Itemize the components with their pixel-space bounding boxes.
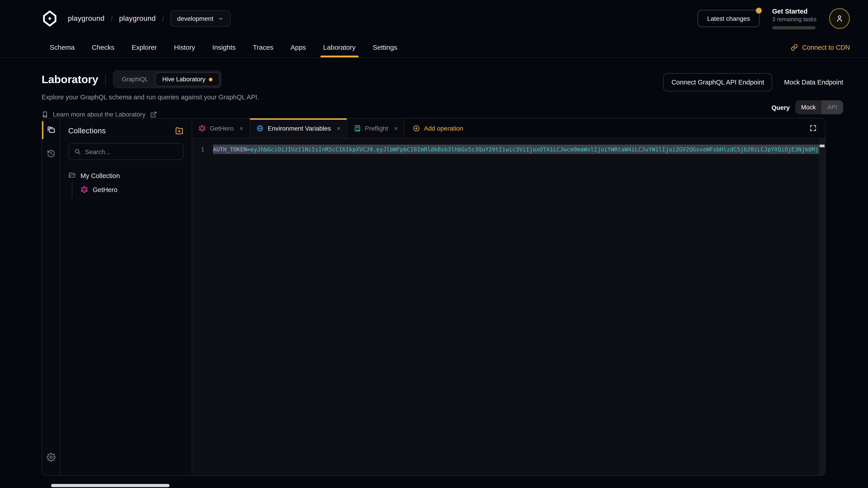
query-toggle-api[interactable]: API [822,100,843,114]
book-icon [41,111,49,118]
query-toggle-label: Query [772,104,790,111]
env-variables-editor[interactable]: 1 AUTH_TOKEN=eyJhbGciOiJIUzI1NiIsInR5cCI… [192,138,825,475]
query-target-toggle: Mock API [795,100,843,114]
page-heading-section: Laboratory GraphiQL Hive Laboratory Expl… [0,58,868,118]
project-navbar: Schema Checks Explorer History Insights … [0,37,868,58]
laboratory-mode-toggle: GraphiQL Hive Laboratory [113,70,222,88]
rail-collections-button[interactable] [42,119,60,142]
operation-tabbar: GetHero × Environment Variables × Prefl [192,119,825,138]
collection-folder-my-collection[interactable]: My Collection [68,172,184,180]
nav-items: Schema Checks Explorer History Insights … [50,37,397,57]
mode-option-hive-laboratory[interactable]: Hive Laboratory [155,72,220,86]
tab-label: Environment Variables [268,125,331,132]
collections-icon [46,126,55,135]
gear-icon [46,453,55,462]
nav-tab-settings[interactable]: Settings [373,37,397,57]
nav-tab-schema[interactable]: Schema [50,37,74,57]
rail-settings-button[interactable] [42,446,60,469]
history-icon [46,149,55,158]
breadcrumb-separator: / [111,15,113,22]
environment-select-value: development [177,15,213,22]
mode-option-graphiql[interactable]: GraphiQL [115,73,155,86]
learn-more-label: Learn more about the Laboratory [53,111,145,118]
collections-search-input[interactable] [85,148,178,155]
nav-tab-laboratory[interactable]: Laboratory [323,37,355,57]
mock-data-endpoint-button[interactable]: Mock Data Endpoint [784,78,843,86]
get-started-widget[interactable]: Get Started 3 remaining tasks [772,8,816,29]
nav-tab-explorer[interactable]: Explorer [131,37,157,57]
breadcrumb-org[interactable]: playground [68,14,104,23]
nav-tab-apps[interactable]: Apps [290,37,306,57]
script-icon [353,125,361,132]
connect-to-cdn-link[interactable]: Connect to CDN [791,43,850,51]
query-toggle-mock[interactable]: Mock [795,100,822,114]
collections-tree: My Collection GetHero [68,172,184,198]
get-started-subtitle: 3 remaining tasks [772,16,816,23]
nav-tab-checks[interactable]: Checks [92,37,114,57]
chevron-down-icon [218,15,224,22]
breadcrumb-separator: / [162,15,164,22]
external-link-icon [150,111,157,118]
line-number: 1 [192,146,213,153]
connect-graphql-endpoint-button[interactable]: Connect GraphQL API Endpoint [663,73,772,91]
tab-gethero[interactable]: GetHero × [192,119,250,138]
code-line-1[interactable]: 1 AUTH_TOKEN=eyJhbGciOiJIUzI1NiIsInR5cCI… [192,144,819,154]
latest-changes-button[interactable]: Latest changes [698,10,760,27]
tab-environment-variables[interactable]: Environment Variables × [250,119,347,138]
collections-sidebar: Collections [60,119,192,475]
collection-folder-label: My Collection [81,172,120,179]
nav-tab-insights[interactable]: Insights [212,37,236,57]
add-operation-button[interactable]: Add operation [404,119,471,138]
header-right-group: Latest changes Get Started 3 remaining t… [698,8,850,29]
page-subtitle: Explore your GraphQL schema and run quer… [41,94,259,101]
environment-select[interactable]: development [170,10,230,27]
breadcrumb: playground / playground / development [68,10,230,27]
add-operation-label: Add operation [424,125,463,132]
env-var-value: eyJhbGciOiJIUzI1NiIsInR5cCI6IkpXVCJ9.eyJ… [250,146,819,153]
page-horizontal-scrollbar-thumb[interactable] [51,484,169,487]
title-divider [105,73,106,85]
tab-close-button[interactable]: × [240,125,243,132]
tab-close-button[interactable]: × [394,125,398,132]
hive-laboratory-app: playground / playground / development La… [0,0,868,488]
globe-icon [256,125,264,132]
workspace: GetHero × Environment Variables × Prefl [192,119,825,475]
plus-circle-icon [412,125,420,132]
operation-item-gethero[interactable]: GetHero [81,184,184,195]
page-title: Laboratory [41,73,98,86]
get-started-progressbar [772,26,815,29]
breadcrumb-project[interactable]: playground [119,14,156,23]
top-header: playground / playground / development La… [0,0,868,37]
selected-code-text: AUTH_TOKEN=eyJhbGciOiJIUzI1NiIsInR5cCI6I… [213,144,819,154]
folder-open-icon [68,172,76,180]
tab-close-button[interactable]: × [337,125,340,132]
tab-label: GetHero [210,125,234,132]
new-feature-dot [209,77,213,81]
collections-title: Collections [68,127,106,135]
new-collection-button[interactable] [175,127,184,135]
latest-changes-label: Latest changes [707,15,750,22]
graphql-icon [81,186,88,193]
folder-plus-icon [175,127,184,135]
editor-scrollbar-thumb[interactable] [819,144,825,147]
operation-item-label: GetHero [93,186,118,193]
person-icon [835,14,844,23]
fullscreen-icon [809,124,817,132]
nav-tab-traces[interactable]: Traces [253,37,274,57]
tabbar-spacer [471,119,801,138]
tab-preflight[interactable]: Preflight × [347,119,404,138]
graphql-icon [198,125,206,132]
collections-search[interactable] [68,143,184,160]
learn-more-link[interactable]: Learn more about the Laboratory [41,111,259,118]
notification-dot [756,8,762,13]
hive-logo-icon[interactable] [41,10,58,27]
user-avatar[interactable] [829,8,850,29]
rail-history-button[interactable] [42,142,60,165]
fullscreen-button[interactable] [801,119,825,138]
laboratory-panel: Collections [41,118,826,476]
search-icon [74,148,81,155]
connect-to-cdn-label: Connect to CDN [802,43,850,51]
nav-tab-history[interactable]: History [174,37,195,57]
editor-scrollbar-track[interactable] [819,138,825,475]
tab-label: Preflight [365,125,388,132]
